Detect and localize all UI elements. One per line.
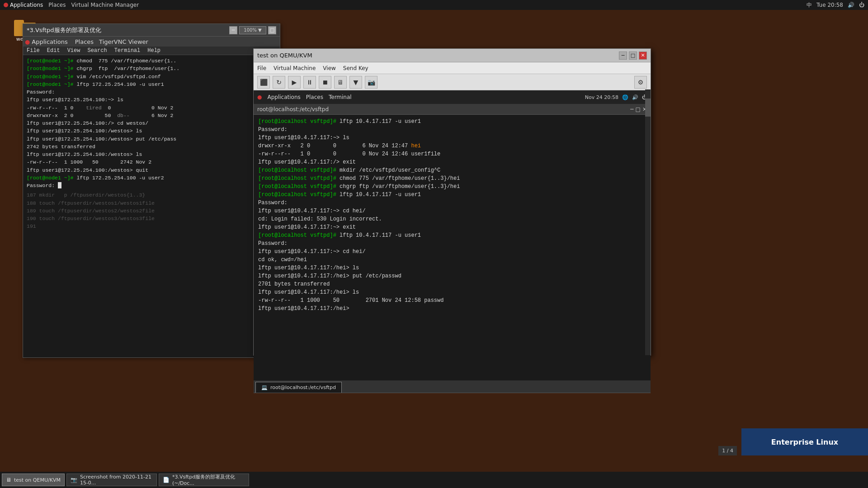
inner-edit[interactable]: Edit	[47, 47, 60, 54]
qemu-view-menu[interactable]: View	[323, 65, 335, 71]
qemu-inner-appbar: ● Applications Places Terminal Nov 24 20…	[254, 90, 651, 104]
power-icon[interactable]: ⏻	[859, 2, 864, 8]
term-line: lftp user1@172.25.254.100:/westos> ls	[27, 150, 276, 158]
qemu-display-btn[interactable]: 🖥	[334, 76, 347, 89]
inner-terminal-menu[interactable]: Terminal	[114, 47, 141, 54]
vm-manager-label[interactable]: Virtual Machine Manager	[71, 2, 139, 8]
qemu-file-menu[interactable]: File	[257, 65, 266, 71]
term-line: lftp user1@172.25.254.100:/> cd westos/	[27, 119, 276, 127]
term-line: [root@node1 ~]# vim /etc/vsftpd/vsftpd.c…	[27, 73, 276, 80]
taskbar-item-vsftpd[interactable]: 📄 *3.Vsftpd服务的部署及优化 (~/Doc...	[159, 474, 249, 486]
qemu-refresh-btn[interactable]: ↻	[273, 76, 285, 89]
enterprise-label: Enterprise Linux	[771, 438, 838, 446]
taskbar-item-screenshot[interactable]: 📷 Screenshot from 2020-11-21 15-0...	[66, 474, 157, 486]
qemu-term-max[interactable]: □	[636, 106, 641, 113]
tigervnc-minimize-btn[interactable]: ─	[229, 26, 237, 34]
term-line: [root@node1 ~]# chmod 775 /var/ftphome/u…	[27, 57, 276, 65]
lang-indicator: 中	[807, 1, 812, 9]
datetime: Tue 20:58	[816, 2, 843, 8]
tigervnc-places[interactable]: Places	[75, 38, 94, 45]
term-line: lftp user1@172.25.254.100:/westos> put /…	[27, 135, 276, 143]
system-bar: Applications Places Virtual Machine Mana…	[0, 0, 868, 10]
desktop: westos *3.Vsftpd服务的部署及优化 ─ 100% ▼ □ ● Ap…	[0, 10, 868, 472]
term-line: lftp user1@172.25.254.100:/westos> quit	[27, 166, 276, 174]
qemu-window: test on QEMU/KVM ─ □ ✕ File Virtual Mach…	[253, 48, 651, 356]
tigervnc-window: *3.Vsftpd服务的部署及优化 ─ 100% ▼ □ ● Applicati…	[23, 23, 280, 358]
qemu-inner-applications[interactable]: Applications	[267, 94, 300, 100]
qemu-stop-btn[interactable]: ⏹	[319, 76, 331, 89]
qemu-scrollbar[interactable]	[645, 89, 651, 355]
system-bar-right: 中 Tue 20:58 🔊 ⏻	[807, 1, 864, 9]
inner-view[interactable]: View	[67, 47, 80, 54]
qemu-titlebar: test on QEMU/KVM ─ □ ✕	[254, 49, 651, 62]
term-line: Password:	[258, 199, 646, 207]
qemu-inner-appbar-left: ● Applications Places Terminal	[257, 94, 352, 100]
qemu-scrollbar-thumb[interactable]	[645, 99, 651, 117]
term-line: Password:	[27, 88, 276, 96]
tigervnc-zoom-label: 100% ▼	[239, 26, 266, 34]
term-line: -rw-r--r-- 1 0 tired 0 0 Nov 2	[27, 104, 276, 112]
term-line: lftp user1@10.4.17.117:~> ls	[258, 134, 646, 142]
term-line: cd: Login failed: 530 Login incorrect.	[258, 215, 646, 223]
term-line: -rw-r--r-- 1 1000 50 2701 Nov 24 12:58 p…	[258, 296, 646, 305]
term-line: lftp user1@10.4.17.117:/hei> ls	[258, 264, 646, 272]
term-line: [root@node1 ~]# lftp 172.25.254.100 -u u…	[27, 174, 276, 182]
term-line: [root@node1 ~]# chgrp ftp /var/ftphome/u…	[27, 65, 276, 72]
qemu-network-icon: 🌐	[622, 94, 628, 100]
qemu-monitor-btn[interactable]: ⬛	[257, 76, 270, 89]
qemu-tabs: 💻 root@localhost:/etc/vsftpd	[254, 380, 651, 393]
volume-icon[interactable]: 🔊	[848, 2, 854, 8]
applications-menu[interactable]: Applications	[4, 2, 43, 8]
term-line: -rw-r--r-- 1 1000 50 2742 Nov 2	[27, 158, 276, 166]
term-line: lftp user1@172.25.254.100:~> ls	[27, 96, 276, 103]
qemu-tab-label: root@localhost:/etc/vsftpd	[270, 385, 336, 390]
qemu-menubar: File Virtual Machine View Send Key	[254, 62, 651, 74]
tigervnc-terminal[interactable]: File Edit View Search Terminal Help [roo…	[23, 47, 280, 357]
qemu-toolbar: ⬛ ↻ ▶ ⏸ ⏹ 🖥 ▼ 📷 ⚙	[254, 74, 651, 90]
qemu-restore-btn[interactable]: □	[629, 52, 637, 60]
qemu-minimize-btn[interactable]: ─	[619, 52, 627, 60]
term-line: lftp user1@172.25.254.100:/westos> ls	[27, 127, 276, 135]
qemu-close-btn[interactable]: ✕	[639, 52, 647, 60]
inner-search[interactable]: Search	[87, 47, 107, 54]
qemu-screenshot-btn[interactable]: 📷	[365, 76, 377, 89]
qemu-inner-places[interactable]: Places	[306, 94, 323, 100]
qemu-volume-icon[interactable]: 🔊	[632, 94, 638, 100]
qemu-dropdown-btn[interactable]: ▼	[349, 76, 362, 89]
qemu-terminal-content[interactable]: [root@localhost vsftpd]# lftp 10.4.17.11…	[254, 115, 651, 380]
qemu-play-btn[interactable]: ▶	[288, 76, 301, 89]
qemu-title-buttons: ─ □ ✕	[619, 52, 647, 60]
qemu-sendkey-menu[interactable]: Send Key	[343, 65, 368, 71]
tigervnc-titlebar: *3.Vsftpd服务的部署及优化 ─ 100% ▼ □	[23, 24, 280, 37]
qemu-inner-appbar-right: Nov 24 20:58 🌐 🔊 ⏻	[585, 94, 647, 100]
qemu-settings-btn[interactable]: ⚙	[634, 76, 647, 89]
taskbar-label-qemu: test on QEMU/KVM	[14, 477, 61, 483]
tigervnc-restore-btn[interactable]: □	[268, 26, 276, 34]
term-line: cd ok, cwd=/hei	[258, 256, 646, 264]
term-line: [root@localhost vsftpd]# lftp 10.4.17.11…	[258, 191, 646, 199]
inner-help[interactable]: Help	[147, 47, 160, 54]
places-label[interactable]: Places	[48, 2, 66, 8]
term-line: [root@localhost vsftpd]# lftp 10.4.17.11…	[258, 117, 646, 126]
term-line: 2742 bytes transferred	[27, 143, 276, 150]
term-line: [root@localhost vsftpd]# mkdir /etc/vsft…	[258, 166, 646, 174]
taskbar-item-qemu[interactable]: 🖥 test on QEMU/KVM	[2, 474, 65, 486]
taskbar: 🖥 test on QEMU/KVM 📷 Screenshot from 202…	[0, 472, 868, 488]
tigervnc-red-dot: ●	[25, 38, 30, 45]
qemu-inner-terminal[interactable]: Terminal	[329, 94, 352, 100]
qemu-vm-menu[interactable]: Virtual Machine	[274, 65, 316, 71]
qemu-pause-btn[interactable]: ⏸	[303, 76, 316, 89]
tigervnc-title: *3.Vsftpd服务的部署及优化	[27, 26, 101, 34]
taskbar-label-screenshot: Screenshot from 2020-11-21 15-0...	[80, 474, 153, 486]
tigervnc-app-label[interactable]: TigerVNC Viewer	[99, 38, 148, 45]
term-line: lftp user1@10.4.17.117:~> cd hei/	[258, 248, 646, 256]
qemu-tab-active[interactable]: 💻 root@localhost:/etc/vsftpd	[255, 382, 342, 393]
qemu-tab-icon: 💻	[261, 385, 268, 390]
system-bar-left: Applications Places Virtual Machine Mana…	[4, 2, 139, 8]
term-line: [root@localhost vsftpd]# chgrp ftp /var/…	[258, 183, 646, 191]
qemu-term-min[interactable]: ─	[630, 106, 633, 113]
fedora-icon	[4, 3, 8, 7]
term-line: lftp user1@10.4.17.117:/hei>	[258, 305, 646, 313]
term-line: lftp user1@10.4.17.117:/hei> put /etc/pa…	[258, 272, 646, 280]
inner-file[interactable]: File	[27, 47, 40, 54]
